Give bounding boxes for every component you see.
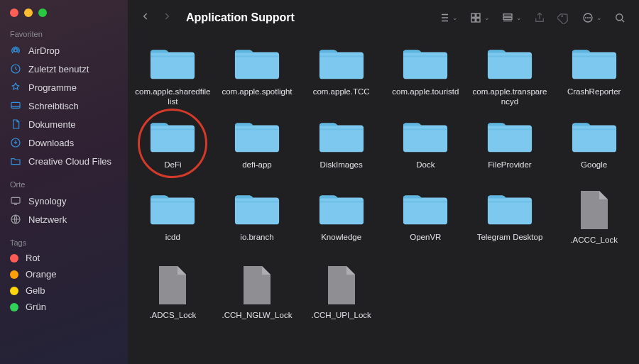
item-label: Google [581,160,607,180]
file-browser[interactable]: com.apple.sharedfilelistcom.apple.spotli… [128,35,639,364]
sidebar-item-label: Gelb [26,285,45,296]
minimize-window-button[interactable] [24,9,33,17]
sidebar-item-label: Orange [26,269,56,280]
window-title: Application Support [186,11,295,24]
sidebar-item-downloads[interactable]: Downloads [0,133,128,152]
folder-item[interactable]: io.branch [215,187,300,258]
folder-item[interactable]: Knowledge [299,187,383,258]
back-button[interactable] [141,10,151,26]
folder-item[interactable]: Telegram Desktop [468,187,552,258]
item-label: .ADCS_Lock [149,310,196,330]
folder-icon [148,189,197,228]
sidebar-item-creative-cloud[interactable]: Creative Cloud Files [0,152,128,170]
folder-icon [570,117,618,155]
folder-item[interactable]: com.apple.TCC [299,41,383,110]
svg-rect-10 [476,18,480,22]
sidebar-section-tags-title: Tags [0,236,128,250]
svg-rect-7 [471,13,475,17]
sidebar-item-applications[interactable]: Programme [0,78,128,96]
file-icon [241,265,273,306]
item-label: icdd [165,232,180,252]
documents-icon [10,118,21,130]
folder-item[interactable]: Google [552,114,636,182]
svg-point-15 [586,18,586,18]
svg-rect-11 [503,14,512,16]
sidebar-item-desktop[interactable]: Schreibtisch [0,96,128,115]
file-item[interactable]: .CCH_UPI_Lock [299,262,383,333]
tag-color-dot [10,303,18,311]
sidebar-tag-item[interactable]: Rot [0,250,128,266]
folder-icon [401,44,449,82]
svg-point-13 [562,16,563,17]
folder-item[interactable]: icdd [131,187,215,258]
file-item[interactable]: .ACCC_Lock [552,187,636,258]
window-controls [0,9,128,27]
folder-icon [233,189,281,228]
sidebar-item-documents[interactable]: Dokumente [0,115,128,133]
svg-point-18 [616,14,623,21]
folder-item[interactable]: com.apple.sharedfilelist [131,41,215,110]
folder-icon [317,189,366,228]
chevron-down-icon: ⌄ [516,14,522,21]
sidebar-item-recents[interactable]: Zuletzt benutzt [0,60,128,78]
tag-color-dot [10,287,18,295]
group-by-button[interactable]: ⌄ [469,11,490,24]
folder-item[interactable]: DiskImages [299,114,383,182]
folder-item[interactable]: OpenVR [383,187,468,258]
file-item[interactable]: .ADCS_Lock [131,262,215,333]
sidebar-item-network[interactable]: Netzwerk [0,210,128,228]
close-window-button[interactable] [10,9,18,17]
folder-item[interactable]: com.apple.transparencyd [468,41,552,110]
item-label: DeFi [164,160,181,180]
item-label: Dock [416,160,435,180]
sidebar-tag-item[interactable]: Gelb [0,282,128,299]
chevron-down-icon: ⌄ [484,14,490,21]
svg-point-16 [588,18,589,18]
forward-button[interactable] [162,10,172,26]
action-menu-button[interactable]: ⌄ [581,11,602,24]
finder-window: Favoriten AirDrop Zuletzt benutzt Progra… [0,0,639,364]
svg-point-17 [590,18,591,18]
sidebar-section-locations-title: Orte [0,177,128,192]
sidebar-item-airdrop[interactable]: AirDrop [0,41,128,60]
zoom-window-button[interactable] [38,9,47,17]
item-label: Knowledge [321,232,361,252]
folder-item[interactable]: defi-app [215,114,300,182]
item-label: defi-app [242,160,272,180]
folder-item[interactable]: com.apple.spotlight [215,41,300,110]
toolbar: Application Support ⌄ ⌄ ⌄ ⌄ [128,0,639,35]
sidebar-item-label: Zuletzt benutzt [28,64,89,75]
item-label: com.apple.spotlight [222,87,292,106]
folder-icon [10,155,21,167]
folder-item[interactable]: CrashReporter [552,41,636,110]
item-label: com.apple.touristd [392,87,459,106]
folder-icon [233,117,281,155]
share-button[interactable] [533,11,546,24]
file-item[interactable]: .CCH_NGLW_Lock [215,262,300,333]
folder-item[interactable]: com.apple.touristd [383,41,468,110]
item-label: io.branch [240,232,273,252]
sidebar-tag-item[interactable]: Orange [0,266,128,282]
folder-item[interactable]: FileProvider [468,114,552,182]
sidebar-item-label: Creative Cloud Files [28,156,111,167]
file-icon [156,265,189,306]
file-icon [325,265,358,306]
list-view-button[interactable]: ⌄ [437,11,458,24]
network-icon [10,214,21,225]
file-icon [578,189,611,231]
sidebar-item-label: Schreibtisch [28,101,79,111]
search-button[interactable] [613,11,626,24]
folder-icon [233,44,281,82]
folder-item[interactable]: DeFi [131,114,215,182]
folder-icon [401,117,449,155]
item-display-button[interactable]: ⌄ [501,11,522,24]
downloads-icon [10,137,21,148]
folder-item[interactable]: Dock [383,114,468,182]
applications-icon [10,82,21,93]
sidebar-item-label: Downloads [28,138,74,148]
svg-rect-12 [503,17,512,19]
sidebar-tag-item[interactable]: Grün [0,299,128,315]
sidebar-item-synology[interactable]: Synology [0,192,128,210]
folder-icon [486,44,534,82]
tags-button[interactable] [557,11,570,24]
